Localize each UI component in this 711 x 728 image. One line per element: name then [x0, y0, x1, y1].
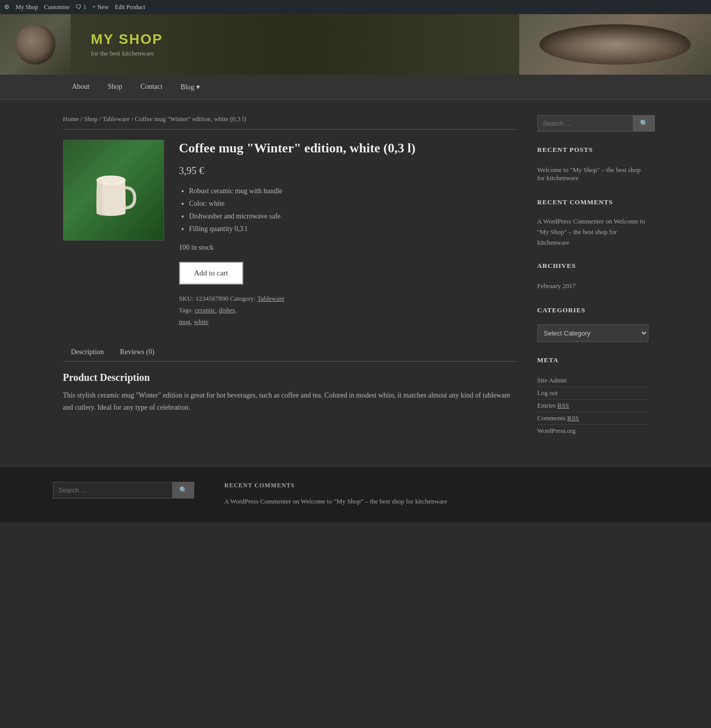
breadcrumb: Home / Shop / Tableware / Coffee mug "Wi…	[63, 115, 517, 130]
archive-feb-2017[interactable]: February 2017	[537, 280, 648, 292]
sidebar-search-button[interactable]: 🔍	[633, 115, 655, 132]
footer-search-form: 🔍	[53, 482, 194, 498]
nav-link-blog[interactable]: Blog ▾	[172, 75, 209, 99]
tab-reviews[interactable]: Reviews (0)	[112, 343, 162, 361]
tag-white[interactable]: white	[194, 318, 208, 325]
footer-search-input[interactable]	[53, 482, 173, 498]
feature-1: Robust ceramic mug with handle	[189, 185, 517, 197]
recent-comments-heading: RECENT COMMENTS	[537, 198, 648, 209]
nav-link-about[interactable]: About	[63, 75, 99, 99]
description-text: This stylish ceramic mug "Winter" editio…	[63, 389, 517, 414]
feature-3: Dishwasher and microwave safe	[189, 210, 517, 222]
sidebar: 🔍 RECENT POSTS Welcome to "My Shop" – th…	[537, 115, 648, 451]
header-center: MY SHOP for the best kitchenware	[71, 14, 519, 75]
footer-commenter-link[interactable]: A WordPress Commenter	[225, 497, 291, 505]
site-header: MY SHOP for the best kitchenware	[0, 14, 711, 75]
nav-item-shop[interactable]: Shop	[99, 75, 132, 99]
recent-posts-list: Welcome to "My Shop" – the best shop for…	[537, 164, 648, 184]
sidebar-recent-comments: RECENT COMMENTS A WordPress Commenter on…	[537, 198, 648, 248]
commenter-link[interactable]: A WordPress Commenter	[537, 217, 604, 225]
meta-entries-rss[interactable]: Entries RSS	[537, 400, 648, 412]
meta-list: Site Admin Log out Entries RSS Comments …	[537, 374, 648, 437]
footer-search-button[interactable]: 🔍	[173, 482, 194, 498]
admin-comments[interactable]: 🗨 1	[76, 4, 86, 11]
product-meta: SKU: 1234567890 Category: Tableware Tags…	[179, 293, 517, 328]
meta-site-admin[interactable]: Site Admin	[537, 374, 648, 387]
tags-label: Tags:	[179, 306, 195, 314]
footer: 🔍 RECENT COMMENTS A WordPress Commenter …	[0, 466, 711, 522]
nav-item-blog[interactable]: Blog ▾	[172, 75, 209, 99]
description-heading: Product Description	[63, 372, 517, 383]
sku-label: SKU:	[179, 295, 194, 302]
product-price: 3,95 €	[179, 165, 517, 177]
header-image-left	[0, 14, 71, 75]
comment-on-text: on	[606, 217, 614, 225]
tag-ceramic[interactable]: ceramic	[195, 306, 215, 314]
product-tabs: Description Reviews (0)	[63, 343, 517, 362]
product-image	[63, 140, 164, 241]
header-image-right	[519, 14, 711, 75]
breadcrumb-home[interactable]: Home	[63, 115, 79, 123]
site-tagline: for the best kitchenware	[91, 49, 499, 58]
recent-posts-heading: RECENT POSTS	[537, 146, 648, 157]
feature-2: Color: white	[189, 197, 517, 210]
product-info: Coffee mug "Winter" edition, white (0,3 …	[179, 140, 517, 328]
product-description-section: Product Description This stylish ceramic…	[63, 372, 517, 414]
footer-comment-on: on	[293, 497, 301, 505]
sidebar-recent-posts: RECENT POSTS Welcome to "My Shop" – the …	[537, 146, 648, 184]
tab-description[interactable]: Description	[63, 343, 112, 361]
admin-customise[interactable]: Customise	[44, 4, 70, 11]
mug-illustration	[88, 160, 139, 220]
main-content: Home / Shop / Tableware / Coffee mug "Wi…	[63, 115, 517, 451]
site-title[interactable]: MY SHOP	[91, 31, 499, 47]
archives-heading: ARCHIVES	[537, 262, 648, 273]
tag-dishes[interactable]: dishes	[218, 306, 235, 314]
recent-post-1[interactable]: Welcome to "My Shop" – the best shop for…	[537, 164, 648, 184]
product-stock: 100 in stock	[179, 244, 517, 252]
footer-recent-comments-heading: RECENT COMMENTS	[225, 482, 659, 489]
admin-bar: ⚙ My Shop Customise 🗨 1 + New Edit Produ…	[0, 0, 711, 14]
nav-link-shop[interactable]: Shop	[99, 75, 132, 99]
breadcrumb-tableware[interactable]: Tableware	[102, 115, 130, 123]
sidebar-search-form: 🔍	[537, 115, 648, 132]
product-features: Robust ceramic mug with handle Color: wh…	[179, 185, 517, 236]
admin-edit-product[interactable]: Edit Product	[115, 4, 145, 11]
category-select[interactable]: Select Category Tableware Mugs Bowls	[537, 324, 648, 342]
category-label: Category:	[230, 295, 257, 302]
breadcrumb-current: Coffee mug "Winter" edition, white (0,3 …	[135, 115, 246, 123]
product-image-wrapper	[63, 140, 164, 328]
feature-4: Filling quantity 0,3 l	[189, 222, 517, 235]
admin-my-shop[interactable]: My Shop	[16, 4, 38, 11]
sidebar-categories: CATEGORIES Select Category Tableware Mug…	[537, 306, 648, 342]
meta-log-out[interactable]: Log out	[537, 387, 648, 400]
archives-list: February 2017	[537, 280, 648, 292]
footer-search-widget: 🔍	[53, 482, 194, 507]
recent-comments-content: A WordPress Commenter on Welcome to "My …	[537, 216, 648, 248]
add-to-cart-button[interactable]: Add to cart	[179, 262, 243, 285]
footer-recent-comments: RECENT COMMENTS A WordPress Commenter on…	[225, 482, 659, 507]
categories-heading: CATEGORIES	[537, 306, 648, 317]
breadcrumb-shop[interactable]: Shop	[84, 115, 97, 123]
admin-new[interactable]: + New	[92, 4, 108, 11]
footer-comment-content: A WordPress Commenter on Welcome to "My …	[225, 496, 659, 507]
meta-comments-rss[interactable]: Comments RSS	[537, 412, 648, 425]
sidebar-meta: META Site Admin Log out Entries RSS Comm…	[537, 356, 648, 437]
sidebar-search-input[interactable]	[537, 115, 633, 132]
sidebar-archives: ARCHIVES February 2017	[537, 262, 648, 292]
sku-value: 1234567890	[195, 295, 228, 302]
product-title: Coffee mug "Winter" edition, white (0,3 …	[179, 140, 517, 157]
nav-item-about[interactable]: About	[63, 75, 99, 99]
sidebar-search-widget: 🔍	[537, 115, 648, 132]
wp-icon[interactable]: ⚙	[4, 4, 10, 11]
meta-wordpress-org[interactable]: WordPress.org	[537, 425, 648, 437]
main-nav: About Shop Contact Blog ▾	[0, 75, 711, 100]
product-section: Coffee mug "Winter" edition, white (0,3 …	[63, 140, 517, 328]
meta-heading: META	[537, 356, 648, 367]
nav-link-contact[interactable]: Contact	[131, 75, 172, 99]
footer-comment-post-link[interactable]: Welcome to "My Shop" – the best shop for…	[301, 497, 447, 505]
nav-item-contact[interactable]: Contact	[131, 75, 172, 99]
product-category-link[interactable]: Tableware	[257, 295, 285, 302]
tag-mug[interactable]: mug	[179, 318, 191, 325]
